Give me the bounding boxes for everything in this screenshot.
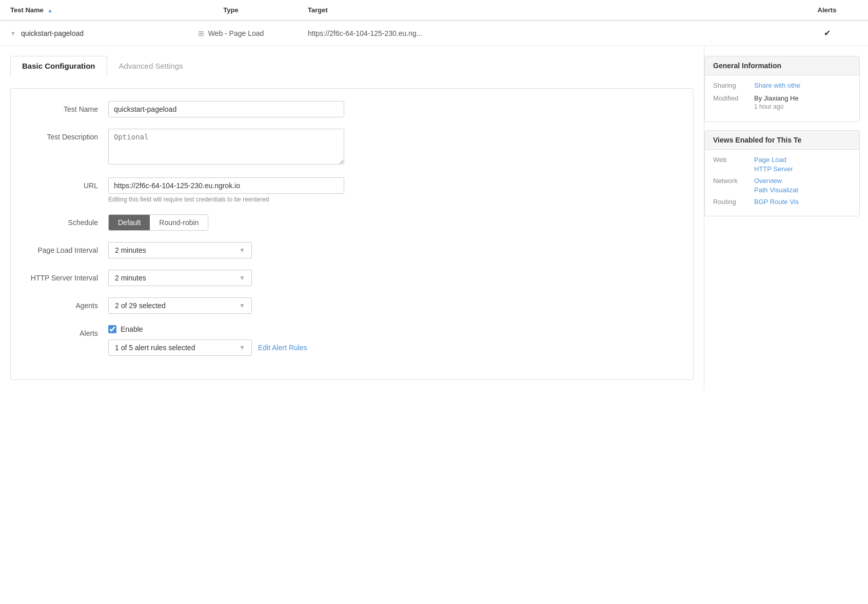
url-field: Editing this field will require test cre… (108, 177, 344, 203)
network-links: Overview Path Visualizat (754, 177, 798, 194)
http-interval-value: 2 minutes (115, 274, 146, 282)
http-interval-select[interactable]: 2 minutes ▼ (108, 270, 252, 286)
alert-rules-row: 1 of 5 alert rules selected ▼ Edit Alert… (108, 339, 344, 356)
expand-icon[interactable]: ▼ (10, 30, 16, 36)
table-header: Test Name ▲ Type Target Alerts (0, 0, 868, 21)
chevron-down-icon: ▼ (239, 247, 245, 254)
basic-config-form: Test Name Test Description URL Editing t… (10, 88, 694, 380)
layers-icon: ⊞ (198, 29, 204, 37)
sharing-value[interactable]: Share with othe (754, 82, 800, 89)
pageload-interval-row: Page Load Interval 2 minutes ▼ (26, 242, 678, 258)
alerts-enable-checkbox[interactable] (108, 325, 116, 333)
header-alerts: Alerts (796, 6, 858, 14)
table-row[interactable]: ▼ quickstart-pageload ⊞ Web - Page Load … (0, 21, 868, 46)
agents-label: Agents (26, 297, 108, 310)
chevron-down-icon-http: ▼ (239, 274, 245, 281)
http-interval-row: HTTP Server Interval 2 minutes ▼ (26, 270, 678, 286)
test-name-input[interactable] (108, 101, 344, 117)
sort-icon: ▲ (47, 8, 52, 13)
row-name-cell: ▼ quickstart-pageload (10, 29, 154, 37)
content-area: Basic Configuration Advanced Settings Te… (0, 46, 868, 390)
alerts-row: Alerts Enable 1 of 5 alert rules selecte… (26, 325, 678, 356)
tab-bar: Basic Configuration Advanced Settings (10, 56, 694, 76)
modified-row: Modified By Jiaxiang He 1 hour ago (713, 94, 851, 110)
sharing-key: Sharing (713, 82, 749, 89)
views-enabled-header: Views Enabled for This Te (705, 131, 859, 150)
header-target: Target (308, 6, 796, 14)
alerts-enable-label[interactable]: Enable (121, 325, 143, 333)
routing-key: Routing (713, 198, 749, 206)
web-key: Web (713, 156, 749, 173)
modified-value-group: By Jiaxiang He 1 hour ago (754, 94, 799, 110)
schedule-default-btn[interactable]: Default (109, 215, 150, 230)
test-name-label: Test Name (26, 101, 108, 113)
sharing-row: Sharing Share with othe (713, 82, 851, 89)
test-name-field (108, 101, 344, 117)
schedule-field: Default Round-robin (108, 214, 344, 231)
network-overview-link[interactable]: Overview (754, 177, 798, 185)
url-row: URL Editing this field will require test… (26, 177, 678, 203)
views-enabled-card: Views Enabled for This Te Web Page Load … (704, 130, 860, 216)
chevron-down-icon-agents: ▼ (239, 302, 245, 309)
pageload-interval-label: Page Load Interval (26, 242, 108, 254)
pageload-interval-select[interactable]: 2 minutes ▼ (108, 242, 252, 258)
modified-time: 1 hour ago (754, 103, 799, 110)
row-target-cell: https://2f6c-64-104-125-230.eu.ng... (308, 29, 796, 37)
web-page-load-link[interactable]: Page Load (754, 156, 793, 164)
http-interval-field: 2 minutes ▼ (108, 270, 344, 286)
chevron-down-icon-alerts: ▼ (239, 344, 245, 351)
routing-bgp-link[interactable]: BGP Route Vis (754, 198, 799, 206)
test-desc-field (108, 129, 344, 166)
header-type: Type (154, 6, 308, 14)
network-key: Network (713, 177, 749, 194)
right-panel: General Information Sharing Share with o… (704, 46, 868, 390)
modified-key: Modified (713, 94, 749, 110)
web-links: Page Load HTTP Server (754, 156, 793, 173)
schedule-row: Schedule Default Round-robin (26, 214, 678, 231)
alert-rules-value: 1 of 5 alert rules selected (115, 344, 195, 352)
test-desc-row: Test Description (26, 129, 678, 166)
general-info-body: Sharing Share with othe Modified By Jiax… (705, 75, 859, 122)
row-alerts-check: ✔ (796, 28, 858, 38)
web-http-server-link[interactable]: HTTP Server (754, 165, 793, 173)
routing-views-row: Routing BGP Route Vis (713, 198, 851, 206)
agents-field: 2 of 29 selected ▼ (108, 297, 344, 314)
header-test-name[interactable]: Test Name ▲ (10, 6, 154, 14)
agents-row: Agents 2 of 29 selected ▼ (26, 297, 678, 314)
test-desc-textarea[interactable] (108, 129, 344, 165)
edit-alert-rules-link[interactable]: Edit Alert Rules (258, 344, 307, 352)
alerts-field: Enable 1 of 5 alert rules selected ▼ Edi… (108, 325, 344, 356)
general-info-card: General Information Sharing Share with o… (704, 56, 860, 122)
row-test-name: quickstart-pageload (21, 29, 84, 37)
agents-select[interactable]: 2 of 29 selected ▼ (108, 297, 252, 314)
url-input[interactable] (108, 177, 344, 194)
url-hint: Editing this field will require test cre… (108, 196, 344, 203)
routing-links: BGP Route Vis (754, 198, 799, 206)
schedule-toggle: Default Round-robin (108, 214, 208, 231)
pageload-interval-value: 2 minutes (115, 246, 146, 254)
alerts-label: Alerts (26, 325, 108, 337)
alert-rules-select[interactable]: 1 of 5 alert rules selected ▼ (108, 339, 252, 356)
main-panel: Basic Configuration Advanced Settings Te… (0, 46, 704, 390)
network-views-row: Network Overview Path Visualizat (713, 177, 851, 194)
alerts-enable-row: Enable (108, 325, 344, 333)
row-type-cell: ⊞ Web - Page Load (154, 29, 308, 37)
test-desc-label: Test Description (26, 129, 108, 141)
tab-advanced-settings[interactable]: Advanced Settings (107, 56, 195, 76)
modified-by: By Jiaxiang He (754, 94, 799, 102)
general-info-header: General Information (705, 56, 859, 75)
pageload-interval-field: 2 minutes ▼ (108, 242, 344, 258)
schedule-roundrobin-btn[interactable]: Round-robin (150, 215, 208, 230)
http-interval-label: HTTP Server Interval (26, 270, 108, 282)
url-label: URL (26, 177, 108, 190)
tab-basic-configuration[interactable]: Basic Configuration (10, 56, 107, 76)
network-path-link[interactable]: Path Visualizat (754, 186, 798, 194)
agents-value: 2 of 29 selected (115, 301, 166, 310)
web-views-row: Web Page Load HTTP Server (713, 156, 851, 173)
views-grid: Web Page Load HTTP Server Network Overvi… (705, 150, 859, 216)
schedule-label: Schedule (26, 214, 108, 227)
test-name-row: Test Name (26, 101, 678, 117)
